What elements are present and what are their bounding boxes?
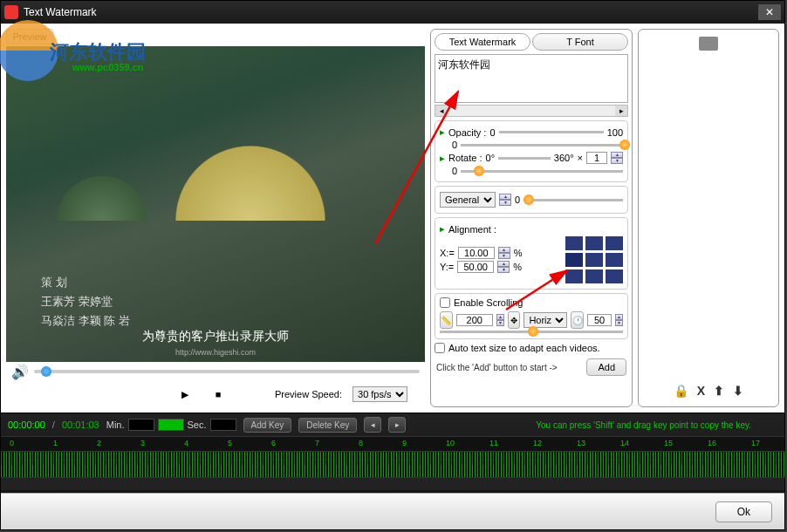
scroll-speed-spinner[interactable]: ▴▾: [615, 314, 623, 326]
add-button[interactable]: Add: [586, 358, 626, 376]
timeline: 00:00:00 / 00:01:03 Min. Sec. Add Key De…: [1, 413, 784, 493]
scroll-right-icon[interactable]: ▸: [615, 106, 627, 116]
brand-overlay-url: www.pc0359.cn: [72, 62, 144, 72]
scroll-width-spinner[interactable]: ▴▾: [496, 314, 504, 326]
fps-select[interactable]: 30 fps/s: [352, 386, 407, 402]
next-key-button[interactable]: ▸: [388, 417, 406, 433]
play-button[interactable]: ▶: [174, 385, 196, 404]
ruler-tick: 0: [10, 439, 14, 447]
rotate-value-slider[interactable]: [461, 170, 623, 173]
close-button[interactable]: ✕: [758, 4, 781, 20]
delete-icon[interactable]: X: [697, 384, 705, 398]
layers-icon[interactable]: [699, 37, 718, 51]
auto-text-size-checkbox[interactable]: Auto text size to adapt each videos.: [435, 343, 628, 353]
ruler-tick: 15: [664, 439, 673, 447]
sec-toggle[interactable]: [210, 419, 236, 431]
align-bot-left[interactable]: [565, 269, 583, 283]
align-bot-center[interactable]: [585, 269, 603, 283]
scroll-width-input[interactable]: [456, 314, 493, 326]
alignment-group: ▸Alignment : X:= ▴▾ % Y:=: [435, 217, 628, 290]
add-hint-row: Click the 'Add' button to start -> Add: [435, 357, 628, 378]
x-input[interactable]: [458, 247, 495, 259]
y-spinner[interactable]: ▴▾: [497, 261, 510, 273]
timeline-toolbar: 00:00:00 / 00:01:03 Min. Sec. Add Key De…: [1, 413, 784, 436]
timeline-scrollbar[interactable]: [1, 478, 784, 490]
ruler-tick: 13: [577, 439, 585, 447]
layer-actions: 🔒 X ⬆ ⬇: [642, 379, 775, 403]
tab-font[interactable]: T Font: [532, 33, 628, 51]
prev-key-button[interactable]: ◂: [364, 417, 381, 433]
preview-speed-label: Preview Speed:: [275, 389, 342, 399]
general-select[interactable]: General: [440, 192, 496, 208]
min-toggle-on[interactable]: [158, 419, 184, 431]
align-mid-right[interactable]: [606, 253, 623, 267]
move-down-icon[interactable]: ⬇: [733, 384, 743, 398]
align-top-center[interactable]: [585, 236, 603, 250]
scroll-slider[interactable]: [440, 331, 623, 333]
window-title: Text Watermark: [24, 6, 758, 18]
direction-select[interactable]: Horiz: [524, 312, 567, 328]
align-mid-center[interactable]: [585, 253, 603, 267]
preview-pane: 河东软件园 www.pc0359.cn Preview 策 划 王素芳 荣婷堂 …: [6, 29, 425, 407]
scroll-speed-input[interactable]: [587, 314, 612, 326]
alignment-label: Alignment :: [448, 224, 496, 235]
text-scrollbar[interactable]: ◂ ▸: [435, 105, 628, 117]
tab-text-watermark[interactable]: Text Watermark: [435, 33, 530, 51]
volume-slider[interactable]: [34, 370, 420, 373]
align-top-right[interactable]: [606, 236, 623, 250]
scrolling-group: Enable Scrolling 📏 ▴▾ ✥ Horiz 🕐 ▴▾: [435, 293, 628, 339]
rotate-slider[interactable]: [498, 157, 551, 160]
ruler-icon[interactable]: 📏: [440, 311, 453, 329]
rotate-value: 0: [452, 166, 457, 176]
enable-scrolling-checkbox[interactable]: Enable Scrolling: [440, 297, 623, 308]
add-key-button[interactable]: Add Key: [243, 418, 292, 433]
layers-panel: 🔒 X ⬆ ⬇: [638, 29, 779, 407]
lock-icon[interactable]: 🔒: [674, 384, 688, 398]
settings-pane: Text Watermark T Font ◂ ▸ ▸ Opacity : 0 …: [430, 29, 779, 407]
rotate-multiplier-input[interactable]: [586, 152, 607, 164]
volume-row: 🔊: [6, 362, 425, 381]
ruler-tick: 9: [402, 439, 407, 447]
general-spinner[interactable]: ▴▾: [499, 194, 511, 206]
y-input[interactable]: [457, 261, 494, 273]
y-label: Y:=: [440, 262, 454, 272]
footer: Ok: [1, 493, 784, 529]
opacity-value-slider[interactable]: [461, 144, 623, 147]
general-slider[interactable]: [524, 199, 623, 201]
align-top-left[interactable]: [565, 236, 583, 250]
ruler-tick: 6: [271, 439, 276, 447]
ruler-tick: 10: [446, 439, 455, 447]
timeline-ruler[interactable]: 01234567891011121314151617: [1, 436, 784, 452]
alignment-grid: [565, 236, 623, 283]
ruler-tick: 17: [751, 439, 760, 447]
ok-button[interactable]: Ok: [715, 501, 772, 522]
min-toggle[interactable]: [128, 419, 154, 431]
direction-icon[interactable]: ✥: [508, 311, 521, 329]
align-bot-right[interactable]: [606, 269, 623, 283]
opacity-slider[interactable]: [499, 131, 604, 133]
video-preview[interactable]: 策 划 王素芳 荣婷堂 马焱洁 李颖 陈 岩 为尊贵的客户推出录屏大师 http…: [6, 46, 425, 362]
ruler-tick: 4: [184, 439, 188, 447]
rotate-spinner[interactable]: ▴▾: [611, 152, 623, 164]
x-spinner[interactable]: ▴▾: [498, 247, 510, 259]
scroll-left-icon[interactable]: ◂: [435, 106, 448, 116]
titlebar: Text Watermark ✕: [1, 1, 784, 24]
move-up-icon[interactable]: ⬆: [714, 384, 724, 398]
min-label: Min.: [106, 419, 125, 430]
sec-label: Sec.: [188, 419, 207, 430]
speaker-icon[interactable]: 🔊: [11, 364, 29, 380]
delete-key-button[interactable]: Delete Key: [298, 418, 357, 433]
clock-icon[interactable]: 🕐: [571, 311, 584, 329]
timecode-current: 00:00:00: [8, 419, 45, 430]
app-icon: [4, 5, 18, 19]
tabs: Text Watermark T Font: [435, 33, 628, 51]
x-label: X:=: [440, 248, 455, 258]
ruler-tick: 8: [359, 439, 363, 447]
align-mid-left[interactable]: [565, 253, 583, 267]
watermark-text-input[interactable]: [435, 54, 628, 103]
timeline-track[interactable]: [1, 452, 784, 478]
ruler-tick: 2: [97, 439, 101, 447]
opacity-label: Opacity :: [448, 127, 486, 138]
playback-controls: ▶ ■ Preview Speed: 30 fps/s: [6, 381, 425, 407]
stop-button[interactable]: ■: [207, 385, 229, 404]
